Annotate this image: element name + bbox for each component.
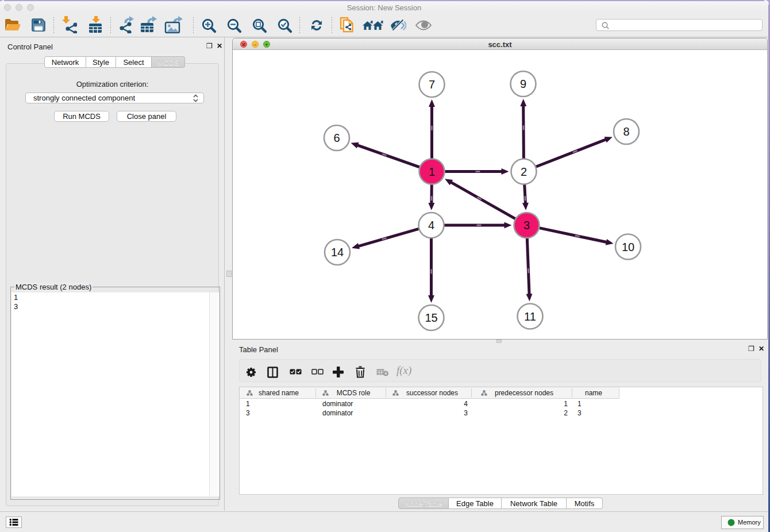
svg-text:15: 15 xyxy=(425,311,437,324)
svg-text:7: 7 xyxy=(429,78,435,91)
svg-text:9: 9 xyxy=(520,78,526,90)
svg-text:14: 14 xyxy=(331,246,344,259)
svg-text:11: 11 xyxy=(524,310,536,323)
svg-text:3: 3 xyxy=(523,219,530,232)
svg-text:6: 6 xyxy=(333,132,340,144)
svg-text:4: 4 xyxy=(428,219,434,232)
svg-text:2: 2 xyxy=(521,165,527,178)
svg-text:1: 1 xyxy=(429,165,435,178)
svg-text:10: 10 xyxy=(622,241,634,253)
svg-text:8: 8 xyxy=(623,125,629,138)
